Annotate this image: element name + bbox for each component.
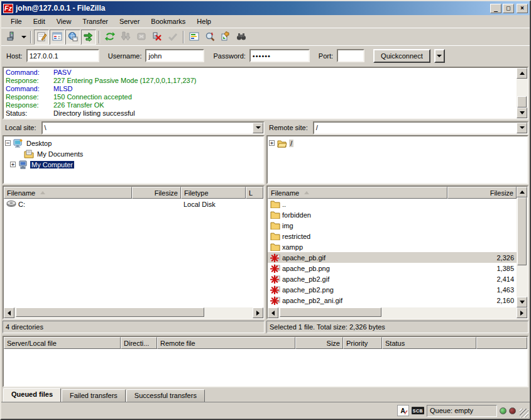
port-label: Port:	[319, 52, 333, 60]
tree-item-desktop[interactable]: − Desktop	[5, 138, 262, 148]
tree-item-my-computer[interactable]: + My Computer	[10, 159, 262, 170]
tab-successful-transfers[interactable]: Successful transfers	[126, 389, 205, 402]
queue-body[interactable]	[4, 349, 527, 386]
search-button[interactable]	[202, 30, 217, 45]
toggle-remote-tree-button[interactable]	[65, 30, 80, 45]
remote-vertical-scrollbar[interactable]	[517, 187, 527, 307]
disconnect-button[interactable]	[150, 30, 165, 45]
refresh-button[interactable]	[102, 30, 118, 45]
column-header-lastmodified[interactable]: L	[246, 187, 263, 199]
reconnect-button[interactable]	[165, 30, 180, 45]
column-header-status[interactable]: Status	[382, 337, 476, 349]
combo-dropdown-button[interactable]	[253, 123, 263, 133]
column-header-remote-file[interactable]: Remote file	[157, 337, 295, 349]
tab-queued-files[interactable]: Queued files	[3, 388, 61, 402]
menu-view[interactable]: View	[51, 16, 77, 26]
remote-file-row[interactable]: apache_pb2_ani.gif 2,160	[268, 295, 517, 306]
scrollbar-thumb[interactable]	[517, 197, 527, 265]
column-header-filename[interactable]: Filename	[268, 187, 447, 199]
toggle-remote-tree-icon	[68, 31, 78, 43]
local-file-row[interactable]: C: Local Disk	[4, 199, 263, 209]
column-header-direction[interactable]: Directi...	[121, 337, 157, 349]
quickconnect-dropdown[interactable]	[434, 49, 445, 63]
quickconnect-button[interactable]: Quickconnect	[373, 49, 430, 63]
local-pane: Local site: \ − Desktop My Documents	[3, 121, 265, 333]
close-button[interactable]: ×	[517, 4, 528, 13]
local-horizontal-scrollbar[interactable]	[4, 307, 263, 318]
column-header-priority[interactable]: Priority	[343, 337, 382, 349]
tab-failed-transfers[interactable]: Failed transfers	[62, 389, 126, 402]
port-input[interactable]	[337, 49, 364, 62]
column-header-filetype[interactable]: Filetype	[181, 187, 246, 199]
column-header-filesize[interactable]: Filesize	[447, 187, 517, 199]
scroll-down-icon[interactable]	[517, 108, 527, 118]
menu-server[interactable]: Server	[114, 16, 145, 26]
expand-icon[interactable]: +	[10, 162, 16, 167]
remote-horizontal-scrollbar[interactable]	[268, 307, 527, 318]
log-line-label: Command:	[6, 85, 53, 93]
scroll-down-icon[interactable]	[517, 297, 527, 307]
scroll-left-icon[interactable]	[4, 307, 14, 318]
password-input[interactable]	[249, 49, 310, 62]
collapse-icon[interactable]: −	[5, 140, 11, 146]
remote-file-row[interactable]: restricted	[268, 231, 517, 241]
scroll-up-icon[interactable]	[517, 68, 527, 79]
toggle-local-tree-button[interactable]	[50, 30, 65, 45]
filter-button[interactable]	[187, 30, 202, 45]
image-file-icon	[270, 253, 280, 262]
transfer-type-icon[interactable]: A	[397, 405, 409, 416]
toggle-message-log-button[interactable]	[34, 30, 49, 45]
cancel-button[interactable]	[134, 30, 149, 45]
scroll-up-icon[interactable]	[517, 187, 527, 197]
activity-led-red-icon	[509, 407, 516, 414]
username-input[interactable]	[145, 49, 204, 62]
remote-pane: Remote site: / + / Filename	[266, 121, 528, 333]
host-input[interactable]	[26, 49, 99, 62]
scroll-right-icon[interactable]	[517, 307, 527, 318]
remote-file-row[interactable]: apache_pb.png 1,385	[268, 263, 517, 274]
status-bar: A SCB Queue: empty	[1, 402, 530, 419]
tree-item-my-documents[interactable]: My Documents	[16, 148, 262, 159]
column-header-local-file[interactable]: Server/Local file	[4, 337, 121, 349]
remote-file-row[interactable]: forbidden	[268, 209, 517, 220]
remote-file-row[interactable]: apache_pb2.gif 2,414	[268, 274, 517, 284]
menu-bookmarks[interactable]: Bookmarks	[145, 16, 191, 26]
remote-file-row[interactable]: img	[268, 220, 517, 231]
menu-file[interactable]: File	[5, 16, 28, 26]
column-header-filename[interactable]: Filename	[4, 187, 132, 199]
tree-item-root[interactable]: + /	[269, 138, 526, 148]
remote-file-row[interactable]: apache_pb2.png 1,463	[268, 284, 517, 295]
maximize-button[interactable]: □	[503, 4, 514, 13]
scrollbar-thumb[interactable]	[280, 307, 381, 317]
scroll-right-icon[interactable]	[253, 307, 263, 318]
expand-icon[interactable]: +	[269, 140, 275, 146]
site-manager-button[interactable]	[4, 30, 19, 45]
speed-limit-badge-icon[interactable]: SCB	[412, 407, 424, 414]
directory-comparison-button[interactable]	[234, 30, 249, 45]
remote-file-row[interactable]: xampp	[268, 241, 517, 252]
remote-site-combobox[interactable]: /	[313, 121, 528, 135]
log-vertical-scrollbar[interactable]	[517, 68, 527, 118]
column-header-size[interactable]: Size	[295, 337, 343, 349]
scrollbar-thumb[interactable]	[16, 307, 204, 317]
local-site-combobox[interactable]: \	[41, 121, 265, 135]
column-header-filesize[interactable]: Filesize	[132, 187, 181, 199]
remote-file-row-selected[interactable]: apache_pb.gif 2,326	[268, 252, 517, 263]
scrollbar-thumb[interactable]	[517, 96, 527, 108]
image-file-icon	[270, 275, 280, 284]
folder-icon	[270, 243, 280, 251]
menu-help[interactable]: Help	[191, 16, 217, 26]
toggle-queue-button[interactable]	[81, 30, 96, 45]
scroll-left-icon[interactable]	[268, 307, 278, 318]
remote-file-row[interactable]: ..	[268, 199, 517, 209]
title-bar[interactable]: Fz john@127.0.0.1 - FileZilla _ □ ×	[1, 1, 530, 15]
menu-transfer[interactable]: Transfer	[77, 16, 114, 26]
resize-grip[interactable]	[520, 409, 528, 417]
combo-dropdown-button[interactable]	[517, 123, 527, 133]
process-queue-button[interactable]	[118, 30, 133, 45]
site-manager-dropdown[interactable]	[19, 30, 28, 45]
minimize-button[interactable]: _	[490, 4, 501, 13]
local-file-list: Filename Filesize Filetype L C: Local Di…	[3, 185, 265, 319]
menu-edit[interactable]: Edit	[28, 16, 51, 26]
synchronized-browsing-button[interactable]	[218, 30, 233, 45]
